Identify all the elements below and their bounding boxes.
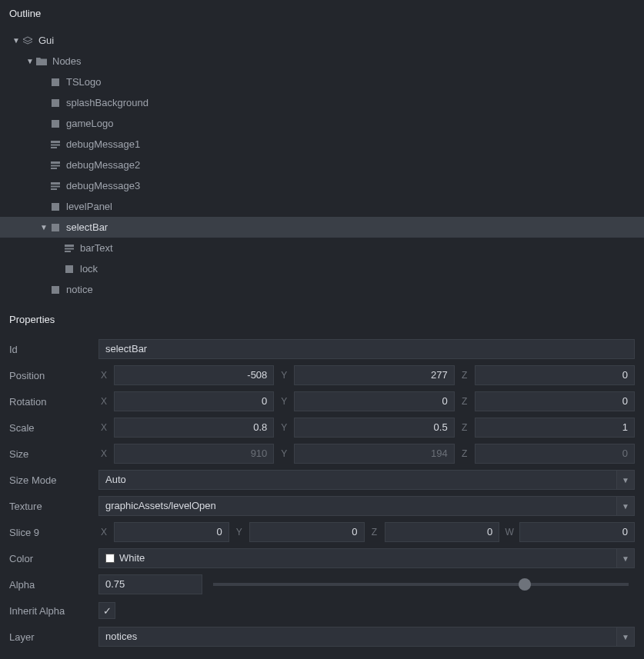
axis-y: Y xyxy=(279,370,289,381)
chevron-down-icon: ▼ xyxy=(616,470,635,490)
scale-x-field[interactable]: 0.8 xyxy=(114,418,274,438)
svg-rect-16 xyxy=(65,251,71,252)
tree-item-label: Nodes xyxy=(52,55,82,67)
chevron-down-icon: ▼ xyxy=(616,548,635,568)
svg-rect-10 xyxy=(51,185,60,187)
tree-item-label: levelPanel xyxy=(66,201,112,212)
tree-item-label: selectBar xyxy=(66,221,108,233)
slice9-z-field[interactable]: 0 xyxy=(385,522,500,542)
label-id: Id xyxy=(9,344,94,355)
label-texture: Texture xyxy=(9,501,94,512)
svg-rect-2 xyxy=(52,120,59,128)
sizemode-select[interactable]: Auto ▼ xyxy=(98,470,635,490)
svg-rect-6 xyxy=(51,161,60,164)
svg-rect-4 xyxy=(51,144,60,145)
properties-panel: Properties Id selectBar Position X -508 … xyxy=(0,306,644,659)
label-color: Color xyxy=(9,553,94,564)
tree-item-levelpanel[interactable]: ▼levelPanel xyxy=(0,196,644,217)
outline-tree: ▼Gui▼Nodes▼TSLogo▼splashBackground▼gameL… xyxy=(0,30,644,306)
slider-thumb-icon[interactable] xyxy=(519,578,531,591)
box-icon xyxy=(49,201,62,213)
box-icon xyxy=(63,263,75,275)
label-slice9: Slice 9 xyxy=(9,527,94,538)
label-size: Size xyxy=(9,448,94,460)
inherit-alpha-checkbox[interactable]: ✓ xyxy=(98,602,115,619)
gui-icon xyxy=(22,35,34,47)
svg-rect-11 xyxy=(51,188,57,190)
tree-item-debugmessage2[interactable]: ▼debugMessage2 xyxy=(0,155,644,175)
box-icon xyxy=(49,118,62,130)
rotation-z-field[interactable]: 0 xyxy=(475,391,635,411)
svg-rect-0 xyxy=(52,78,59,86)
tree-item-gui[interactable]: ▼Gui xyxy=(0,30,644,51)
tree-item-bartext[interactable]: ▼barText xyxy=(0,238,644,258)
svg-rect-5 xyxy=(51,147,57,148)
slice9-x-field[interactable]: 0 xyxy=(114,522,229,542)
svg-rect-8 xyxy=(51,168,57,169)
axis-z: Z xyxy=(459,370,470,381)
alpha-slider[interactable] xyxy=(213,583,629,586)
chevron-down-icon: ▼ xyxy=(616,627,635,647)
tree-item-label: TSLogo xyxy=(66,76,102,88)
tree-item-debugmessage1[interactable]: ▼debugMessage1 xyxy=(0,134,644,155)
tree-item-nodes[interactable]: ▼Nodes xyxy=(0,51,644,72)
expand-arrow-icon[interactable]: ▼ xyxy=(38,223,49,231)
label-rotation: Rotation xyxy=(9,396,94,408)
label-position: Position xyxy=(9,370,94,381)
tree-item-splashbackground[interactable]: ▼splashBackground xyxy=(0,92,644,113)
svg-rect-14 xyxy=(65,245,74,247)
label-scale: Scale xyxy=(9,422,94,434)
color-select[interactable]: White ▼ xyxy=(98,548,635,568)
svg-rect-7 xyxy=(51,165,60,166)
svg-rect-1 xyxy=(52,99,59,107)
size-y-field[interactable]: 194 xyxy=(294,444,454,464)
position-x-field[interactable]: -508 xyxy=(114,365,274,385)
position-z-field[interactable]: 0 xyxy=(475,365,635,385)
box-icon xyxy=(49,284,62,296)
svg-rect-18 xyxy=(52,286,59,294)
slice9-y-field[interactable]: 0 xyxy=(249,522,365,542)
svg-rect-12 xyxy=(52,203,59,211)
tree-item-gamelogo[interactable]: ▼gameLogo xyxy=(0,113,644,134)
size-z-field[interactable]: 0 xyxy=(475,444,635,464)
tree-item-selectbar[interactable]: ▼selectBar xyxy=(0,217,644,238)
box-icon xyxy=(49,76,62,88)
expand-arrow-icon[interactable]: ▼ xyxy=(25,57,35,65)
label-layer: Layer xyxy=(9,631,94,643)
tree-item-label: Gui xyxy=(38,35,54,46)
svg-rect-15 xyxy=(65,248,74,249)
tree-item-label: lock xyxy=(80,263,98,275)
label-alpha: Alpha xyxy=(9,579,94,591)
tree-item-label: splashBackground xyxy=(66,97,148,108)
svg-rect-9 xyxy=(51,182,60,185)
texture-select[interactable]: graphicAssets/levelOpen ▼ xyxy=(98,496,635,516)
svg-rect-3 xyxy=(51,141,60,143)
alpha-field[interactable]: 0.75 xyxy=(98,574,202,594)
box-icon xyxy=(49,97,62,109)
tree-item-tslogo[interactable]: ▼TSLogo xyxy=(0,72,644,92)
tree-item-label: gameLogo xyxy=(66,118,113,129)
layer-select[interactable]: notices ▼ xyxy=(98,627,635,647)
text-icon xyxy=(49,138,62,151)
tree-item-label: barText xyxy=(80,242,113,254)
tree-item-debugmessage3[interactable]: ▼debugMessage3 xyxy=(0,175,644,196)
outline-panel: Outline ▼Gui▼Nodes▼TSLogo▼splashBackgrou… xyxy=(0,0,644,306)
tree-item-label: debugMessage1 xyxy=(66,138,140,150)
rotation-x-field[interactable]: 0 xyxy=(114,391,274,411)
tree-item-notice[interactable]: ▼notice xyxy=(0,279,644,300)
label-inheritalpha: Inherit Alpha xyxy=(9,605,94,617)
tree-item-label: debugMessage3 xyxy=(66,180,140,191)
label-sizemode: Size Mode xyxy=(9,474,94,486)
axis-x: X xyxy=(98,370,109,381)
position-y-field[interactable]: 277 xyxy=(294,365,454,385)
text-icon xyxy=(63,242,75,255)
size-x-field[interactable]: 910 xyxy=(114,444,274,464)
rotation-y-field[interactable]: 0 xyxy=(294,391,454,411)
folder-icon xyxy=(35,55,48,68)
scale-z-field[interactable]: 1 xyxy=(475,418,635,438)
id-field[interactable]: selectBar xyxy=(98,339,635,359)
expand-arrow-icon[interactable]: ▼ xyxy=(11,36,22,45)
scale-y-field[interactable]: 0.5 xyxy=(294,418,454,438)
slice9-w-field[interactable]: 0 xyxy=(519,522,635,542)
tree-item-lock[interactable]: ▼lock xyxy=(0,258,644,279)
